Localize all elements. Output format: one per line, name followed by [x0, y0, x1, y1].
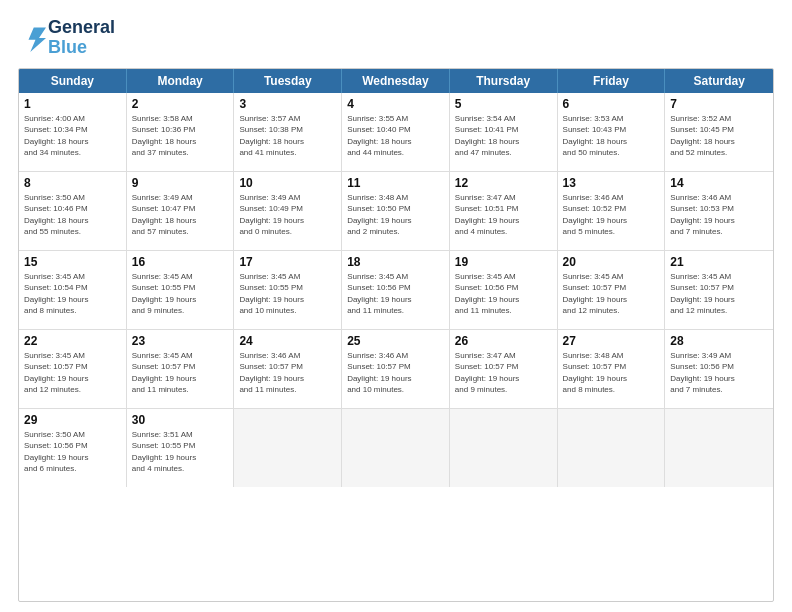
day-header-sunday: Sunday	[19, 69, 127, 93]
day-info: Sunrise: 3:48 AM Sunset: 10:57 PM Daylig…	[563, 350, 660, 396]
calendar-cell: 3Sunrise: 3:57 AM Sunset: 10:38 PM Dayli…	[234, 93, 342, 171]
calendar-cell: 1Sunrise: 4:00 AM Sunset: 10:34 PM Dayli…	[19, 93, 127, 171]
day-header-thursday: Thursday	[450, 69, 558, 93]
day-number: 25	[347, 334, 444, 348]
calendar-week-1: 1Sunrise: 4:00 AM Sunset: 10:34 PM Dayli…	[19, 93, 773, 172]
calendar-cell: 27Sunrise: 3:48 AM Sunset: 10:57 PM Dayl…	[558, 330, 666, 408]
calendar-cell: 28Sunrise: 3:49 AM Sunset: 10:56 PM Dayl…	[665, 330, 773, 408]
day-info: Sunrise: 3:50 AM Sunset: 10:46 PM Daylig…	[24, 192, 121, 238]
day-info: Sunrise: 3:45 AM Sunset: 10:57 PM Daylig…	[670, 271, 768, 317]
day-number: 16	[132, 255, 229, 269]
day-info: Sunrise: 3:54 AM Sunset: 10:41 PM Daylig…	[455, 113, 552, 159]
calendar-week-2: 8Sunrise: 3:50 AM Sunset: 10:46 PM Dayli…	[19, 172, 773, 251]
calendar-cell: 16Sunrise: 3:45 AM Sunset: 10:55 PM Dayl…	[127, 251, 235, 329]
calendar-cell: 26Sunrise: 3:47 AM Sunset: 10:57 PM Dayl…	[450, 330, 558, 408]
day-info: Sunrise: 3:49 AM Sunset: 10:47 PM Daylig…	[132, 192, 229, 238]
day-info: Sunrise: 3:52 AM Sunset: 10:45 PM Daylig…	[670, 113, 768, 159]
day-info: Sunrise: 3:47 AM Sunset: 10:51 PM Daylig…	[455, 192, 552, 238]
day-number: 12	[455, 176, 552, 190]
day-number: 2	[132, 97, 229, 111]
logo: General Blue	[18, 18, 115, 58]
day-number: 13	[563, 176, 660, 190]
day-info: Sunrise: 3:45 AM Sunset: 10:56 PM Daylig…	[347, 271, 444, 317]
calendar-header: SundayMondayTuesdayWednesdayThursdayFrid…	[19, 69, 773, 93]
day-info: Sunrise: 3:45 AM Sunset: 10:57 PM Daylig…	[132, 350, 229, 396]
calendar: SundayMondayTuesdayWednesdayThursdayFrid…	[18, 68, 774, 602]
day-number: 29	[24, 413, 121, 427]
day-number: 11	[347, 176, 444, 190]
page: General Blue SundayMondayTuesdayWednesda…	[0, 0, 792, 612]
calendar-cell: 7Sunrise: 3:52 AM Sunset: 10:45 PM Dayli…	[665, 93, 773, 171]
day-number: 5	[455, 97, 552, 111]
day-info: Sunrise: 3:46 AM Sunset: 10:52 PM Daylig…	[563, 192, 660, 238]
day-header-friday: Friday	[558, 69, 666, 93]
day-info: Sunrise: 3:50 AM Sunset: 10:56 PM Daylig…	[24, 429, 121, 475]
calendar-cell	[450, 409, 558, 487]
calendar-cell	[665, 409, 773, 487]
calendar-cell: 10Sunrise: 3:49 AM Sunset: 10:49 PM Dayl…	[234, 172, 342, 250]
day-info: Sunrise: 3:58 AM Sunset: 10:36 PM Daylig…	[132, 113, 229, 159]
day-number: 19	[455, 255, 552, 269]
calendar-cell: 29Sunrise: 3:50 AM Sunset: 10:56 PM Dayl…	[19, 409, 127, 487]
calendar-cell: 19Sunrise: 3:45 AM Sunset: 10:56 PM Dayl…	[450, 251, 558, 329]
day-info: Sunrise: 3:57 AM Sunset: 10:38 PM Daylig…	[239, 113, 336, 159]
day-info: Sunrise: 3:49 AM Sunset: 10:56 PM Daylig…	[670, 350, 768, 396]
day-number: 3	[239, 97, 336, 111]
day-number: 30	[132, 413, 229, 427]
calendar-cell: 2Sunrise: 3:58 AM Sunset: 10:36 PM Dayli…	[127, 93, 235, 171]
day-info: Sunrise: 3:45 AM Sunset: 10:55 PM Daylig…	[239, 271, 336, 317]
day-number: 10	[239, 176, 336, 190]
calendar-week-4: 22Sunrise: 3:45 AM Sunset: 10:57 PM Dayl…	[19, 330, 773, 409]
calendar-cell: 8Sunrise: 3:50 AM Sunset: 10:46 PM Dayli…	[19, 172, 127, 250]
day-header-tuesday: Tuesday	[234, 69, 342, 93]
day-info: Sunrise: 3:45 AM Sunset: 10:55 PM Daylig…	[132, 271, 229, 317]
calendar-cell: 17Sunrise: 3:45 AM Sunset: 10:55 PM Dayl…	[234, 251, 342, 329]
day-info: Sunrise: 3:51 AM Sunset: 10:55 PM Daylig…	[132, 429, 229, 475]
calendar-cell: 18Sunrise: 3:45 AM Sunset: 10:56 PM Dayl…	[342, 251, 450, 329]
day-number: 28	[670, 334, 768, 348]
day-info: Sunrise: 3:45 AM Sunset: 10:57 PM Daylig…	[24, 350, 121, 396]
day-info: Sunrise: 3:45 AM Sunset: 10:56 PM Daylig…	[455, 271, 552, 317]
calendar-cell: 9Sunrise: 3:49 AM Sunset: 10:47 PM Dayli…	[127, 172, 235, 250]
header: General Blue	[18, 18, 774, 58]
day-info: Sunrise: 3:46 AM Sunset: 10:53 PM Daylig…	[670, 192, 768, 238]
day-number: 6	[563, 97, 660, 111]
day-number: 14	[670, 176, 768, 190]
calendar-cell: 12Sunrise: 3:47 AM Sunset: 10:51 PM Dayl…	[450, 172, 558, 250]
calendar-cell: 15Sunrise: 3:45 AM Sunset: 10:54 PM Dayl…	[19, 251, 127, 329]
logo-text: General Blue	[48, 18, 115, 58]
day-info: Sunrise: 4:00 AM Sunset: 10:34 PM Daylig…	[24, 113, 121, 159]
day-number: 18	[347, 255, 444, 269]
day-number: 4	[347, 97, 444, 111]
day-info: Sunrise: 3:53 AM Sunset: 10:43 PM Daylig…	[563, 113, 660, 159]
day-info: Sunrise: 3:55 AM Sunset: 10:40 PM Daylig…	[347, 113, 444, 159]
day-number: 23	[132, 334, 229, 348]
day-number: 26	[455, 334, 552, 348]
day-number: 27	[563, 334, 660, 348]
svg-marker-0	[29, 27, 47, 52]
day-number: 7	[670, 97, 768, 111]
day-number: 17	[239, 255, 336, 269]
calendar-body: 1Sunrise: 4:00 AM Sunset: 10:34 PM Dayli…	[19, 93, 773, 487]
calendar-cell: 25Sunrise: 3:46 AM Sunset: 10:57 PM Dayl…	[342, 330, 450, 408]
calendar-cell: 30Sunrise: 3:51 AM Sunset: 10:55 PM Dayl…	[127, 409, 235, 487]
calendar-week-3: 15Sunrise: 3:45 AM Sunset: 10:54 PM Dayl…	[19, 251, 773, 330]
calendar-cell: 20Sunrise: 3:45 AM Sunset: 10:57 PM Dayl…	[558, 251, 666, 329]
day-number: 15	[24, 255, 121, 269]
logo-icon	[18, 24, 46, 52]
calendar-week-5: 29Sunrise: 3:50 AM Sunset: 10:56 PM Dayl…	[19, 409, 773, 487]
day-info: Sunrise: 3:45 AM Sunset: 10:54 PM Daylig…	[24, 271, 121, 317]
day-number: 8	[24, 176, 121, 190]
day-header-monday: Monday	[127, 69, 235, 93]
calendar-cell: 23Sunrise: 3:45 AM Sunset: 10:57 PM Dayl…	[127, 330, 235, 408]
day-number: 21	[670, 255, 768, 269]
day-info: Sunrise: 3:48 AM Sunset: 10:50 PM Daylig…	[347, 192, 444, 238]
calendar-cell	[234, 409, 342, 487]
day-number: 9	[132, 176, 229, 190]
calendar-cell: 5Sunrise: 3:54 AM Sunset: 10:41 PM Dayli…	[450, 93, 558, 171]
calendar-cell: 6Sunrise: 3:53 AM Sunset: 10:43 PM Dayli…	[558, 93, 666, 171]
day-number: 24	[239, 334, 336, 348]
calendar-cell: 13Sunrise: 3:46 AM Sunset: 10:52 PM Dayl…	[558, 172, 666, 250]
day-info: Sunrise: 3:47 AM Sunset: 10:57 PM Daylig…	[455, 350, 552, 396]
day-info: Sunrise: 3:49 AM Sunset: 10:49 PM Daylig…	[239, 192, 336, 238]
